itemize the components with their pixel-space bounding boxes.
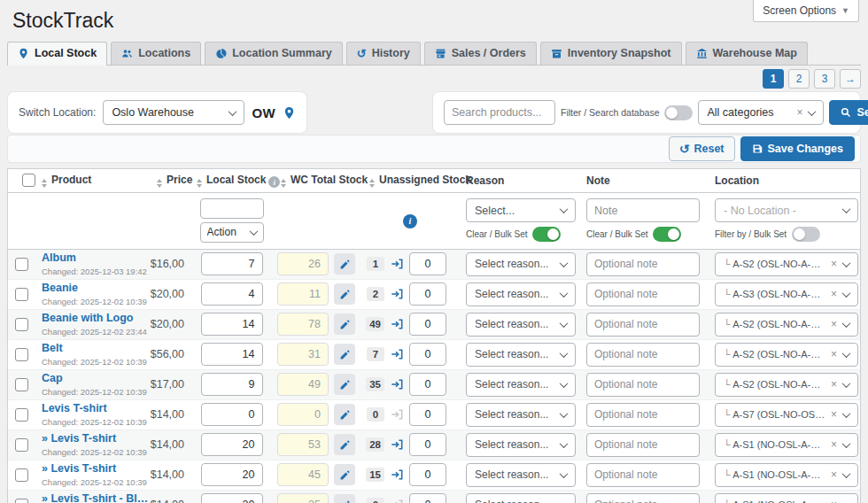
tab-sales-orders[interactable]: Sales / Orders bbox=[424, 42, 537, 65]
row-checkbox[interactable] bbox=[15, 288, 28, 301]
row-checkbox[interactable] bbox=[15, 378, 28, 391]
header-unassigned-stock[interactable]: Unassigned Stock bbox=[362, 169, 455, 192]
product-link[interactable]: Album bbox=[35, 252, 150, 266]
edit-stock-button[interactable] bbox=[334, 494, 355, 503]
page-button-1[interactable]: 1 bbox=[763, 69, 784, 89]
page-button-3[interactable]: 3 bbox=[814, 69, 835, 89]
bulk-action-select[interactable]: Action bbox=[200, 222, 264, 243]
header-wc-total-stock[interactable]: WC Total Stock bbox=[274, 169, 362, 192]
note-input[interactable] bbox=[586, 433, 700, 457]
header-local-stock[interactable]: Local Stocki bbox=[190, 169, 274, 192]
local-stock-input[interactable] bbox=[201, 343, 263, 366]
reason-select[interactable]: Select reason... bbox=[466, 493, 576, 503]
tab-local-stock[interactable]: Local Stock bbox=[7, 42, 107, 66]
assign-arrow-icon[interactable] bbox=[391, 318, 403, 330]
product-link[interactable]: Belt bbox=[35, 342, 150, 356]
clear-location-icon[interactable]: × bbox=[831, 499, 837, 503]
assign-arrow-icon[interactable] bbox=[391, 348, 403, 360]
assign-quantity-input[interactable] bbox=[409, 373, 446, 396]
edit-stock-button[interactable] bbox=[334, 253, 355, 275]
search-button[interactable]: Search bbox=[829, 100, 868, 125]
note-input[interactable] bbox=[586, 493, 700, 503]
search-input[interactable] bbox=[444, 100, 555, 125]
edit-stock-button[interactable] bbox=[334, 374, 355, 395]
product-link[interactable]: Beanie bbox=[35, 282, 150, 296]
reason-bulk-toggle[interactable] bbox=[532, 227, 561, 242]
edit-stock-button[interactable] bbox=[334, 464, 355, 485]
reason-select[interactable]: Select reason... bbox=[466, 373, 576, 397]
reason-select[interactable]: Select reason... bbox=[466, 282, 576, 306]
info-icon[interactable]: i bbox=[403, 214, 417, 228]
location-select[interactable]: └ A-S1 (NO-OSL-A-S1) × bbox=[715, 493, 858, 503]
location-select[interactable]: └ A-S2 (OSL-NO-A-S2) × bbox=[715, 313, 858, 337]
bulk-location-select[interactable]: - No Location - bbox=[715, 198, 858, 222]
assign-arrow-icon[interactable] bbox=[391, 378, 403, 391]
edit-stock-button[interactable] bbox=[334, 344, 355, 365]
assign-quantity-input[interactable] bbox=[409, 403, 446, 426]
bulk-note-input[interactable] bbox=[586, 198, 700, 222]
screen-options-button[interactable]: Screen Options ▼ bbox=[753, 0, 859, 22]
header-product[interactable]: Product bbox=[35, 169, 150, 192]
reset-button[interactable]: ↺ Reset bbox=[669, 136, 735, 161]
reason-select[interactable]: Select reason... bbox=[466, 433, 576, 457]
next-page-button[interactable]: → bbox=[840, 69, 861, 89]
clear-location-icon[interactable]: × bbox=[831, 409, 837, 420]
location-filter-toggle[interactable] bbox=[792, 227, 820, 242]
clear-location-icon[interactable]: × bbox=[831, 439, 837, 450]
clear-location-icon[interactable]: × bbox=[831, 259, 837, 269]
product-link[interactable]: Beanie with Logo bbox=[35, 312, 150, 326]
row-checkbox[interactable] bbox=[15, 499, 28, 503]
product-link[interactable]: Cap bbox=[35, 372, 150, 386]
save-changes-button[interactable]: Save Changes bbox=[740, 136, 855, 161]
reason-select[interactable]: Select reason... bbox=[466, 343, 576, 367]
note-input[interactable] bbox=[586, 252, 700, 276]
note-input[interactable] bbox=[586, 463, 700, 487]
row-checkbox[interactable] bbox=[15, 258, 28, 271]
note-input[interactable] bbox=[586, 343, 700, 367]
assign-arrow-icon[interactable] bbox=[391, 468, 403, 481]
location-select[interactable]: └ A-S7 (OSL-NO-OSL-A-S7) × bbox=[715, 403, 858, 427]
clear-category-icon[interactable]: × bbox=[796, 107, 802, 118]
local-stock-input[interactable] bbox=[201, 282, 263, 306]
product-link[interactable]: » Levis T-shirt - Blue bbox=[35, 492, 150, 503]
assign-quantity-input[interactable] bbox=[409, 343, 446, 366]
header-price[interactable]: Price bbox=[150, 169, 190, 192]
assign-arrow-icon[interactable] bbox=[391, 408, 403, 421]
assign-quantity-input[interactable] bbox=[409, 313, 446, 336]
reason-select[interactable]: Select reason... bbox=[466, 252, 576, 276]
note-input[interactable] bbox=[586, 313, 700, 337]
filter-search-db-toggle[interactable] bbox=[664, 105, 693, 120]
note-input[interactable] bbox=[586, 282, 700, 306]
assign-quantity-input[interactable] bbox=[409, 493, 446, 503]
edit-stock-button[interactable] bbox=[334, 313, 355, 335]
assign-quantity-input[interactable] bbox=[409, 282, 446, 306]
reason-select[interactable]: Select reason... bbox=[466, 403, 576, 427]
clear-location-icon[interactable]: × bbox=[831, 349, 837, 360]
note-bulk-toggle[interactable] bbox=[653, 227, 681, 242]
product-link[interactable]: » Levis T-shirt bbox=[35, 462, 150, 476]
clear-location-icon[interactable]: × bbox=[831, 289, 837, 299]
assign-quantity-input[interactable] bbox=[409, 463, 446, 486]
reason-select[interactable]: Select reason... bbox=[466, 313, 576, 337]
tab-warehouse-map[interactable]: Warehouse Map bbox=[686, 42, 808, 65]
local-stock-input[interactable] bbox=[201, 463, 263, 486]
local-stock-input[interactable] bbox=[201, 373, 263, 396]
location-select[interactable]: └ A-S3 (OSL-NO-A-S3) × bbox=[715, 282, 858, 306]
select-all-checkbox[interactable] bbox=[22, 174, 35, 187]
edit-stock-button[interactable] bbox=[334, 434, 355, 455]
edit-stock-button[interactable] bbox=[334, 283, 355, 305]
info-icon[interactable]: i bbox=[268, 176, 280, 188]
row-checkbox[interactable] bbox=[15, 438, 28, 452]
category-select[interactable]: All categories × bbox=[698, 100, 824, 125]
location-select[interactable]: └ A-S1 (NO-OSL-A-S1) × bbox=[715, 463, 858, 487]
edit-stock-button[interactable] bbox=[334, 404, 355, 425]
row-checkbox[interactable] bbox=[15, 318, 28, 331]
clear-location-icon[interactable]: × bbox=[831, 379, 837, 390]
row-checkbox[interactable] bbox=[15, 348, 28, 361]
tab-history[interactable]: ↺ History bbox=[346, 42, 421, 65]
clear-location-icon[interactable]: × bbox=[831, 319, 837, 329]
bulk-stock-input[interactable] bbox=[200, 198, 264, 219]
assign-quantity-input[interactable] bbox=[409, 433, 446, 456]
row-checkbox[interactable] bbox=[15, 408, 28, 422]
location-select[interactable]: └ A-S2 (OSL-NO-A-S2) × bbox=[715, 343, 858, 367]
